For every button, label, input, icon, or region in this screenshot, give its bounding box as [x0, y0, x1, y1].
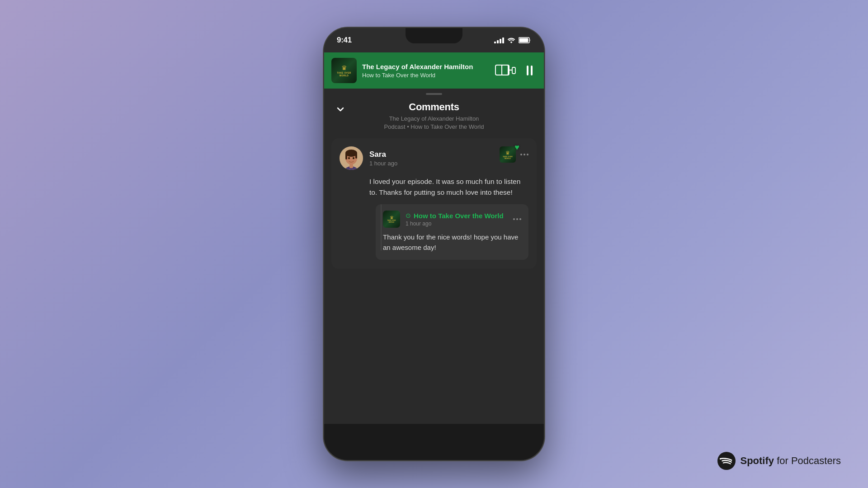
svg-rect-12 [355, 153, 357, 159]
drag-handle[interactable] [324, 89, 544, 98]
comments-list: Sara 1 hour ago ♛ TAKE OVERWORLD [324, 138, 544, 424]
connect-device-icon[interactable] [495, 64, 516, 77]
comments-title-block: Comments The Legacy of Alexander Hamilto… [353, 101, 515, 131]
comment-card: Sara 1 hour ago ♛ TAKE OVERWORLD [331, 138, 537, 269]
reply-more-options-button[interactable] [513, 218, 521, 220]
reply-card: ♛ TAKE OVERWORLD ⊙ How to Take Over the … [376, 204, 528, 260]
wifi-icon [507, 37, 515, 43]
now-playing-controls [495, 63, 537, 78]
reply-avatar: ♛ TAKE OVERWORLD [383, 211, 400, 228]
comment-user: Sara 1 hour ago [340, 146, 397, 170]
reply-time: 1 hour ago [406, 221, 504, 227]
comment-time: 1 hour ago [369, 160, 397, 167]
status-icons [494, 37, 531, 43]
avatar [340, 146, 363, 170]
phone-mockup: 9:41 ♛ [323, 27, 545, 461]
status-time: 9:41 [337, 36, 352, 45]
now-playing-bar[interactable]: ♛ TAKE OVERWoRlD The Legacy of Alexander… [324, 52, 544, 89]
spotify-logo-icon [717, 452, 736, 470]
reply-thread: ♛ TAKE OVERWORLD ⊙ How to Take Over the … [340, 204, 528, 260]
screen-content: Comments The Legacy of Alexander Hamilto… [324, 89, 544, 460]
battery-icon [519, 37, 531, 43]
notch [406, 28, 462, 43]
chevron-down-icon[interactable] [333, 102, 348, 117]
now-playing-title: The Legacy of Alexander Hamilton [362, 62, 490, 71]
more-options-button[interactable] [520, 154, 528, 155]
svg-rect-1 [519, 38, 528, 42]
bottom-bar [324, 424, 544, 460]
svg-rect-3 [502, 65, 508, 75]
status-bar: 9:41 [324, 28, 544, 52]
pause-button[interactable] [522, 63, 537, 78]
now-playing-subtitle: How to Take Over the World [362, 72, 490, 79]
svg-point-14 [353, 157, 354, 159]
podcast-badge: ♛ TAKE OVERWORLD [500, 146, 516, 163]
comments-subtitle: The Legacy of Alexander Hamilton Podcast… [353, 115, 515, 131]
spotify-brand: Spotify for Podcasters [717, 452, 841, 470]
signal-icon [494, 37, 504, 43]
comment-username: Sara [369, 150, 397, 159]
comment-header: Sara 1 hour ago ♛ TAKE OVERWORLD [340, 146, 528, 170]
now-playing-info: The Legacy of Alexander Hamilton How to … [362, 62, 490, 79]
podcast-thumbnail: ♛ TAKE OVERWoRlD [331, 58, 357, 83]
spotify-brand-text: Spotify for Podcasters [740, 455, 841, 467]
comments-section: Comments The Legacy of Alexander Hamilto… [324, 98, 544, 138]
svg-rect-11 [345, 153, 347, 160]
verified-icon: ⊙ [406, 212, 411, 219]
comments-title: Comments [353, 101, 515, 113]
comments-header: Comments The Legacy of Alexander Hamilto… [333, 101, 535, 131]
svg-point-13 [348, 157, 350, 159]
svg-rect-4 [512, 67, 515, 74]
comment-body: I loved your episode. It was so much fun… [340, 176, 528, 198]
reply-podcast-name: How to Take Over the World [414, 212, 504, 220]
heart-icon[interactable]: ♥ [514, 143, 519, 152]
reply-body: Thank you for the nice words! hope you h… [383, 232, 521, 253]
